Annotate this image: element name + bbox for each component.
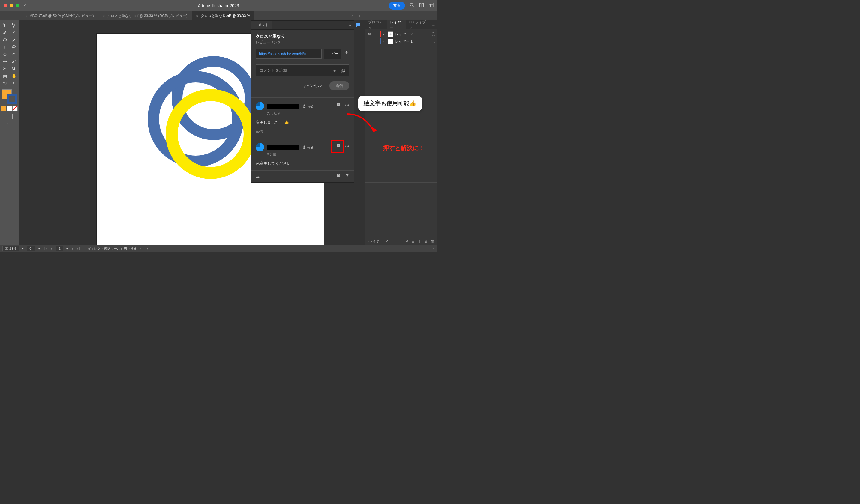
paintbrush-tool-icon[interactable] (10, 36, 18, 43)
resolve-comment-icon[interactable] (336, 102, 342, 108)
svg-point-0 (410, 3, 413, 6)
emoji-icon[interactable]: ☺ (332, 68, 337, 73)
cc-libraries-tab[interactable]: CC ライブラ (406, 20, 430, 29)
color-gradient-icon[interactable] (6, 105, 12, 111)
filter-icon[interactable] (345, 174, 349, 179)
pen-tool-icon[interactable] (1, 29, 9, 36)
rotate-tool-icon[interactable]: ↻ (10, 51, 18, 58)
minimize-window-icon[interactable] (10, 4, 13, 8)
lasso-tool-icon[interactable] (10, 44, 18, 50)
target-icon[interactable] (431, 40, 435, 43)
panel-menu-icon[interactable]: ≡ (430, 20, 437, 29)
gradient-tool-icon[interactable]: ▦ (1, 73, 9, 79)
expand-icon[interactable]: › (383, 39, 386, 44)
scroll-left-icon[interactable]: ◂ (146, 247, 148, 251)
locate-layer-icon[interactable]: ⚲ (405, 239, 408, 243)
panel-collapse-icon[interactable]: » (359, 14, 361, 18)
make-sublayer-icon[interactable]: ⊞ (411, 239, 415, 243)
layer-name[interactable]: レイヤー 2 (395, 32, 430, 37)
panel-close-icon[interactable]: × (352, 14, 354, 18)
stroke-color-icon[interactable] (7, 94, 16, 104)
direct-selection-tool-icon[interactable] (10, 22, 18, 29)
export-icon[interactable]: ↗ (386, 239, 388, 243)
resolve-comment-icon[interactable] (336, 143, 342, 149)
curvature-tool-icon[interactable] (10, 29, 18, 36)
document-tab[interactable]: × ABOUT.ai* @ 50 % (CMYK/プレビュー) (21, 11, 98, 20)
new-layer-icon[interactable]: ⊕ (424, 239, 428, 243)
workspace-icon[interactable] (429, 2, 434, 9)
arrange-icon[interactable] (419, 2, 424, 9)
shape-builder-tool-icon[interactable]: ◇ (1, 51, 9, 58)
layer-row[interactable]: › レイヤー 1 (365, 38, 437, 45)
symbol-sprayer-icon[interactable]: ✦ (10, 80, 18, 86)
comment-item[interactable]: 所有者 ••• たった今 変更しました！ 👍 返信 (251, 98, 354, 138)
expand-icon[interactable]: › (383, 32, 386, 36)
target-icon[interactable] (431, 32, 435, 36)
trash-icon[interactable]: 🗑 (431, 239, 434, 243)
artboard-dropdown-icon[interactable]: ▾ (66, 247, 68, 251)
copy-link-button[interactable]: コピー (324, 48, 342, 59)
width-tool-icon[interactable] (1, 58, 9, 65)
more-options-icon[interactable]: ••• (345, 103, 349, 107)
close-tab-icon[interactable]: × (25, 14, 28, 18)
properties-tab[interactable]: プロパティ (365, 20, 387, 29)
close-window-icon[interactable] (4, 4, 7, 8)
rotation-field[interactable]: 0° (27, 246, 35, 251)
comments-panel-tab[interactable]: コメント (251, 21, 272, 29)
fill-stroke-swatch[interactable] (2, 89, 16, 104)
comments-dock-icon[interactable] (354, 21, 362, 29)
type-tool-icon[interactable] (1, 44, 9, 50)
layers-list: 👁 › ◉ レイヤー 2 › レイヤー 1 (365, 29, 437, 46)
artboard-number-field[interactable]: 1 (56, 246, 63, 251)
rotation-dropdown-icon[interactable]: ▾ (39, 247, 40, 251)
eyedropper-tool-icon[interactable] (10, 58, 18, 65)
review-link-input[interactable]: https://assets.adobe.com/id/u... (256, 49, 322, 59)
zoom-tool-icon[interactable] (10, 65, 18, 72)
pin-view-icon[interactable] (336, 174, 341, 179)
collapse-panel-icon[interactable]: » (349, 23, 351, 27)
selection-tool-icon[interactable] (1, 22, 9, 29)
zoom-dropdown-icon[interactable]: ▾ (22, 247, 24, 251)
comment-text: 変更しました！ 👍 (256, 120, 349, 125)
add-comment-input[interactable]: コメントを追加 ☺ @ (256, 64, 349, 76)
search-icon[interactable] (409, 2, 415, 9)
edit-toolbar-icon[interactable]: ••• (6, 122, 12, 126)
layer-color-strip (379, 39, 381, 44)
share-button[interactable]: 共有 (389, 2, 405, 10)
close-tab-icon[interactable]: × (102, 14, 105, 18)
layers-tab[interactable]: レイヤー (387, 20, 406, 29)
layer-row[interactable]: 👁 › ◉ レイヤー 2 (365, 31, 437, 38)
color-none-icon[interactable] (12, 105, 18, 111)
home-icon[interactable]: ⌂ (24, 3, 27, 9)
comment-item[interactable]: 所有者 ••• 3 分前 色変更してください (251, 138, 354, 170)
blend-tool-icon[interactable]: ⟲ (1, 80, 9, 86)
status-menu-icon[interactable]: ▸ (140, 247, 142, 251)
next-artboard-icon[interactable]: ▸ (71, 247, 75, 251)
annotation-arrow-icon (344, 111, 380, 141)
document-tab-active[interactable]: × クロスと重なり.ai* @ 33.33 % (192, 11, 255, 20)
reply-link[interactable]: 返信 (256, 129, 349, 134)
cancel-button[interactable]: キャンセル (298, 81, 326, 90)
close-tab-icon[interactable]: × (196, 14, 199, 18)
cloud-sync-icon[interactable]: ☁ (256, 174, 260, 179)
first-artboard-icon[interactable]: |◂ (43, 247, 48, 251)
mention-icon[interactable]: @ (341, 68, 345, 73)
visibility-icon[interactable]: 👁 (367, 32, 372, 36)
more-options-icon[interactable]: ••• (345, 144, 349, 148)
screen-mode-icon[interactable] (6, 114, 13, 119)
color-solid-icon[interactable] (1, 105, 6, 111)
hand-tool-icon[interactable]: ✋ (10, 73, 18, 79)
svg-rect-3 (422, 3, 424, 7)
document-tab[interactable]: × クロスと重なり.pdf @ 33.33 % (RGB/プレビュー) (98, 11, 192, 20)
prev-artboard-icon[interactable]: ◂ (49, 247, 53, 251)
share-link-icon[interactable] (344, 51, 349, 57)
layer-name[interactable]: レイヤー 1 (395, 39, 430, 44)
last-artboard-icon[interactable]: ▸| (76, 247, 81, 251)
zoom-field[interactable]: 33.33% (2, 246, 19, 251)
maximize-window-icon[interactable] (16, 4, 19, 8)
scissors-tool-icon[interactable]: ✂ (1, 65, 9, 72)
send-button[interactable]: 送信 (329, 81, 349, 90)
ellipse-tool-icon[interactable] (1, 36, 9, 43)
clip-mask-icon[interactable]: ◫ (418, 239, 421, 243)
scroll-right-icon[interactable]: ▸ (433, 247, 434, 251)
